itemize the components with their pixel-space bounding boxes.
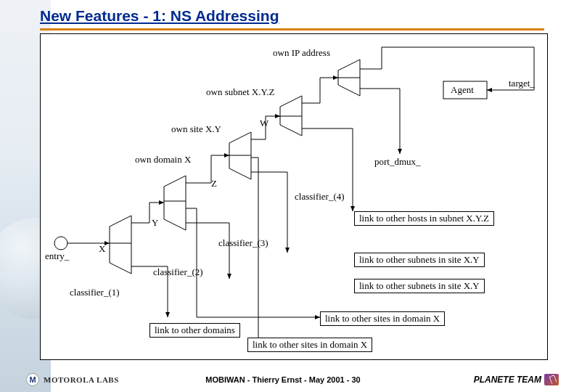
label-port-dmux: port_dmux_ bbox=[374, 156, 421, 168]
label-classifier-2: classifier_(2) bbox=[153, 266, 203, 278]
label-target: target_ bbox=[509, 78, 535, 89]
stage-x: X bbox=[99, 243, 105, 255]
footer-right-text: PLANETE TEAM bbox=[474, 375, 541, 385]
title-underline bbox=[40, 28, 544, 30]
svg-point-10 bbox=[54, 237, 67, 250]
footer: M MOTOROLA LABS MOBIWAN - Thierry Ernst … bbox=[0, 372, 566, 388]
diagram-frame: own IP address own subnet X.Y.Z own site… bbox=[40, 33, 548, 360]
footer-right: PLANETE TEAM bbox=[474, 374, 559, 385]
label-classifier-1: classifier_(1) bbox=[70, 287, 120, 298]
label-own-ip: own IP address bbox=[273, 47, 330, 59]
stage-y: Y bbox=[152, 217, 158, 229]
page-title: New Features - 1: NS Addressing bbox=[40, 7, 544, 26]
box-subnets-in-site-2: link to other subnets in site X.Y bbox=[354, 279, 485, 293]
label-own-site: own site X.Y bbox=[171, 123, 221, 135]
label-classifier-4: classifier_(4) bbox=[295, 191, 345, 203]
box-sites-in-domain-1: link to other sites in domain X bbox=[320, 311, 445, 326]
label-own-subnet: own subnet X.Y.Z bbox=[206, 86, 274, 98]
label-entry: entry_ bbox=[45, 250, 69, 262]
svg-marker-6 bbox=[164, 176, 186, 230]
title-bar: New Features - 1: NS Addressing bbox=[40, 7, 544, 30]
box-other-domains: link to other domains bbox=[149, 323, 240, 338]
label-agent: Agent bbox=[451, 84, 474, 96]
box-sites-in-domain-2: link to other sites in domain X bbox=[247, 338, 372, 352]
label-classifier-3: classifier_(3) bbox=[218, 237, 268, 249]
stage-z: Z bbox=[211, 178, 217, 189]
stage-w: W bbox=[260, 118, 268, 129]
box-subnets-in-site-1: link to other subnets in site X.Y bbox=[354, 253, 485, 267]
svg-marker-8 bbox=[110, 216, 131, 274]
label-own-domain: own domain X bbox=[135, 154, 191, 166]
box-hosts-in-subnet: link to other hosts in subnet X.Y.Z bbox=[354, 211, 494, 226]
institution-logo-icon bbox=[544, 374, 559, 385]
